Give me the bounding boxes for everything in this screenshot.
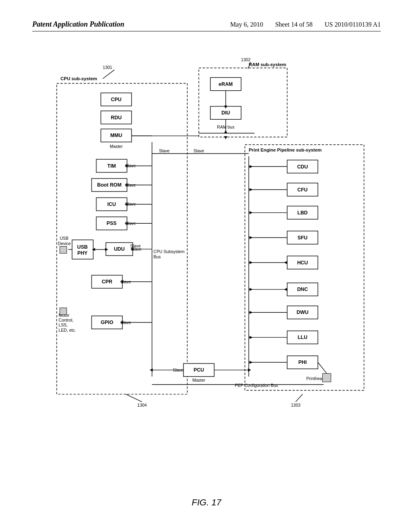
phi-to-printhead [318,362,327,374]
usb-device-label1: USB [60,236,69,241]
master-label: Master [110,144,123,149]
hcu-arrow2 [284,261,287,264]
ram-bus-arrow2 [224,136,227,139]
pcu-arrow [150,368,153,372]
motor-label2: Control, [58,318,73,322]
tim-label: TIM [107,163,116,169]
dnc-label: DNC [297,287,308,292]
pcu-pep-arrow [248,368,251,372]
cfu-label: CFU [297,187,307,193]
ref-1303: 1303 [291,403,300,407]
cpu-label: CPU [111,97,121,102]
pep-config-bus-label: PEP Configuration Bus [235,383,278,388]
gpio-label: GPIO [101,320,113,325]
slave-label-top2: Slave [194,149,204,153]
pcu-label: PCU [194,367,204,373]
header: Patent Application Publication May 6, 20… [32,20,381,31]
lbd-arrow [250,211,253,214]
eram-label: eRAM [219,81,233,87]
slave-udu: Slave [130,244,141,248]
dwu-label: DWU [296,310,309,315]
usb-device-icon [60,246,67,253]
usbphy-label2: PHY [77,250,88,256]
lbd-label: LBD [297,210,307,216]
ref-1301: 1301 [103,65,112,70]
bootrom-label: Boot ROM [97,182,122,188]
motor-label4: LED, etc. [58,328,76,332]
diagram-svg: CPU sub-system 1301 RAM sub-system 1302 … [20,56,393,459]
ram-subsystem-label: RAM sub-system [249,62,286,67]
usb-device-label2: Device [58,241,71,246]
cpr-label: CPR [102,279,112,285]
pss-label: PSS [106,221,117,227]
llu-label: LLU [298,335,307,340]
usbphy-label1: USB [77,244,88,250]
udu-label: UDU [114,246,125,252]
ref-arrow-1304 [126,394,142,402]
mmu-label: MMU [110,133,122,138]
icu-label: ICU [107,202,116,207]
ref-arrow-1301 [103,70,115,79]
page: Patent Application Publication May 6, 20… [0,0,413,532]
phi-label: PHI [298,360,307,365]
diu-label: DIU [221,110,230,116]
ref-arrow-1303 [296,394,302,402]
dwu-arrow [250,311,253,314]
ram-bus-arrow1 [224,130,227,133]
cpu-subsystem-label: CPU sub-system [60,76,97,81]
dnc-arrow2 [284,288,287,291]
motor-icon [60,308,67,315]
sfu-arrow [250,236,253,239]
printhead-label: Printhead [307,376,325,381]
motor-label3: LSS, [58,323,68,327]
dnc-arrow [250,288,253,291]
figure-label: FIG. 17 [192,497,221,508]
llu-arrow [250,336,253,339]
header-title: Patent Application Publication [32,20,230,29]
cfu-arrow [250,188,253,191]
ref-1302: 1302 [241,58,250,62]
cpu-bus-label: CPU Subsystem [154,249,185,254]
pep-subsystem-label: Print Engine Pipeline sub-system [249,148,322,152]
cdu-arrow [250,165,253,168]
header-date: May 6, 2010 [230,21,263,28]
sfu-label: SFU [298,235,308,241]
hcu-arrow [250,261,253,264]
ref-1304: 1304 [138,403,147,407]
slave-label-top: Slave [159,149,169,153]
hcu-label: HCU [297,260,308,266]
pcu-master-label: Master [192,378,206,382]
printhead-icon [323,374,331,382]
rdu-label: RDU [111,115,122,121]
phi-arrow [250,361,253,364]
cdu-label: CDU [297,164,308,170]
header-sheet: Sheet 14 of 58 [275,21,313,28]
cpu-bus-label2: Bus [154,255,161,259]
header-patent: US 2010/0110139 A1 [325,21,381,28]
